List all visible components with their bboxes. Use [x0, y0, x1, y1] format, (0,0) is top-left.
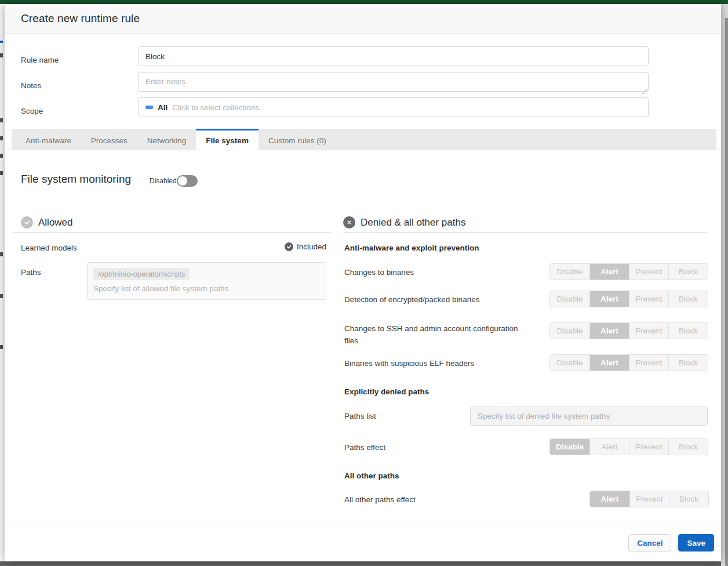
- scope-collections-field[interactable]: All Click to select collections: [138, 97, 649, 117]
- toggle-knob: [178, 176, 187, 186]
- rule-name-input[interactable]: [138, 46, 649, 66]
- tab-custom-rules[interactable]: Custom rules (0): [259, 129, 336, 150]
- app-top-bar: [0, 0, 728, 4]
- scope-label: Scope: [21, 107, 43, 115]
- allowed-paths-field[interactable]: /opt/minio-operator/scripts Specify list…: [87, 262, 326, 300]
- effect-prevent-button[interactable]: Prevent: [629, 264, 668, 280]
- effect-disable-button[interactable]: Disable: [550, 264, 589, 280]
- encrypted-packed-binaries-label: Detection of encrypted/packed binaries: [344, 295, 479, 304]
- included-text: Included: [297, 242, 326, 251]
- learned-models-label: Learned models: [21, 244, 77, 252]
- allowed-section-header: Allowed: [21, 216, 73, 228]
- all-other-paths-effect-label: All other paths effect: [344, 495, 416, 504]
- effect-prevent-button[interactable]: Prevent: [629, 291, 668, 307]
- save-button[interactable]: Save: [678, 534, 714, 552]
- allowed-path-chip[interactable]: /opt/minio-operator/scripts: [93, 268, 190, 280]
- effect-disable-button[interactable]: Disable: [550, 355, 589, 371]
- paths-effect-group: Disable Alert Prevent Block: [549, 438, 708, 455]
- effect-alert-button[interactable]: Alert: [589, 264, 629, 280]
- tab-anti-malware[interactable]: Anti-malware: [12, 129, 81, 150]
- denied-divider: [343, 232, 708, 233]
- antimalware-prevention-heading: Anti-malware and exploit prevention: [344, 244, 479, 252]
- dialog-title: Create new runtime rule: [21, 12, 140, 25]
- effect-block-button[interactable]: Block: [668, 439, 708, 455]
- effect-alert-button[interactable]: Alert: [589, 323, 629, 339]
- effect-prevent-button[interactable]: Prevent: [629, 355, 668, 371]
- rule-tabs: Anti-malware Processes Networking File s…: [12, 129, 716, 150]
- page-behind-bottom-strip: [0, 561, 721, 566]
- effect-prevent-button[interactable]: Prevent: [629, 491, 669, 507]
- dialog-header: Create new runtime rule: [5, 4, 721, 34]
- allowed-title: Allowed: [38, 217, 73, 228]
- scope-placeholder: Click to select collections: [172, 103, 259, 112]
- cancel-button[interactable]: Cancel: [628, 534, 671, 552]
- effect-block-button[interactable]: Block: [668, 264, 708, 280]
- encrypted-packed-effect-group: Disable Alert Prevent Block: [549, 291, 708, 307]
- file-system-monitoring-title: File system monitoring: [21, 173, 131, 186]
- ssh-admin-config-label: Changes to SSH and admin account configu…: [344, 322, 524, 347]
- tab-file-system[interactable]: File system: [196, 129, 259, 150]
- monitoring-toggle[interactable]: [177, 175, 198, 187]
- changes-to-binaries-effect-group: Disable Alert Prevent Block: [549, 263, 708, 280]
- effect-alert-button[interactable]: Alert: [589, 291, 629, 307]
- effect-disable-button[interactable]: Disable: [550, 439, 589, 455]
- included-check-icon: [285, 242, 293, 251]
- allowed-check-icon: [21, 216, 33, 228]
- paths-list-label: Paths list: [344, 412, 376, 420]
- effect-disable-button[interactable]: Disable: [550, 323, 589, 339]
- page-behind-right-strip: [721, 4, 728, 566]
- changes-to-binaries-label: Changes to binaries: [344, 268, 414, 277]
- elf-headers-effect-group: Disable Alert Prevent Block: [549, 354, 708, 371]
- dialog-footer: Cancel Save: [5, 524, 721, 561]
- effect-prevent-button[interactable]: Prevent: [629, 439, 668, 455]
- page-behind-left-strip: [0, 4, 5, 561]
- effect-block-button[interactable]: Block: [668, 355, 708, 371]
- notes-textarea[interactable]: [138, 72, 649, 92]
- tab-processes[interactable]: Processes: [81, 129, 137, 150]
- explicitly-denied-paths-heading: Explicitly denied paths: [344, 387, 429, 396]
- allowed-divider: [13, 232, 332, 233]
- ssh-admin-effect-group: Disable Alert Prevent Block: [549, 322, 708, 339]
- scope-chip[interactable]: All: [158, 103, 168, 112]
- effect-disable-button[interactable]: Disable: [550, 291, 589, 307]
- allowed-paths-placeholder: Specify list of allowed file system path…: [93, 284, 320, 293]
- tab-networking[interactable]: Networking: [137, 129, 196, 150]
- paths-effect-label: Paths effect: [344, 443, 385, 452]
- notes-label: Notes: [21, 81, 41, 90]
- suspicious-elf-headers-label: Binaries with suspicious ELF headers: [344, 359, 474, 368]
- denied-paths-input[interactable]: [470, 407, 708, 426]
- denied-section-header: Denied & all other paths: [343, 216, 465, 228]
- denied-x-icon: [343, 216, 355, 228]
- learned-models-status: Included: [285, 242, 326, 251]
- effect-alert-button[interactable]: Alert: [590, 491, 629, 507]
- monitoring-state-label: Disabled: [150, 177, 177, 185]
- effect-block-button[interactable]: Block: [668, 291, 708, 307]
- effect-block-button[interactable]: Block: [668, 323, 708, 339]
- effect-alert-button[interactable]: Alert: [589, 439, 629, 455]
- page-scrollbar[interactable]: [725, 18, 728, 566]
- collection-color-icon: [145, 106, 153, 109]
- allowed-paths-label: Paths: [21, 268, 41, 277]
- effect-prevent-button[interactable]: Prevent: [629, 323, 668, 339]
- effect-alert-button[interactable]: Alert: [589, 355, 629, 371]
- all-other-paths-heading: All other paths: [344, 471, 399, 480]
- all-other-paths-effect-group: Alert Prevent Block: [589, 491, 709, 507]
- effect-block-button[interactable]: Block: [669, 491, 708, 507]
- rule-name-label: Rule name: [21, 56, 59, 64]
- create-runtime-rule-dialog: Create new runtime rule Rule name Notes …: [5, 4, 721, 561]
- denied-title: Denied & all other paths: [361, 217, 465, 228]
